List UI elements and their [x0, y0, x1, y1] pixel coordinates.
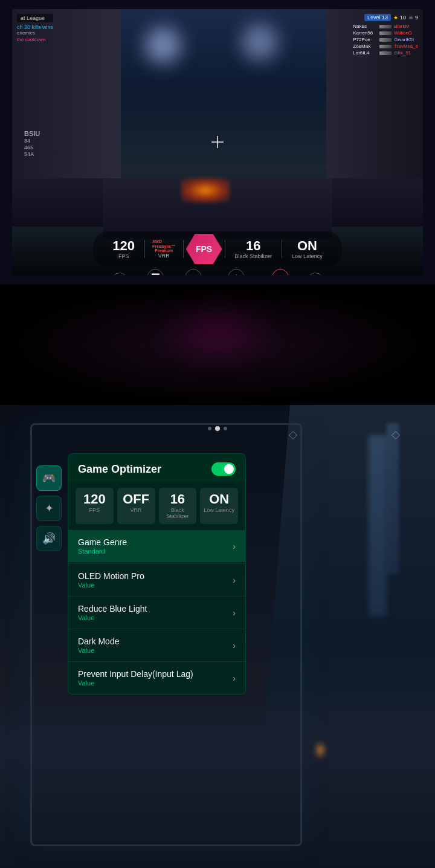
player-name: Nakes — [353, 24, 377, 29]
player-kills: TravMka_8 — [394, 44, 418, 49]
opt-low-latency-value: ON — [204, 493, 234, 506]
lantern-glow — [314, 741, 326, 759]
player-kills: GwarlK5I — [394, 37, 414, 42]
hud-cooldown: the cooldown — [17, 37, 53, 42]
player-kills: Ghk_91 — [394, 50, 411, 56]
gamepad-icon-button[interactable]: 🎮 — [36, 465, 62, 491]
light-glow-left — [145, 27, 181, 63]
chevron-right-icon: › — [233, 575, 236, 585]
skull-count: 9 — [415, 15, 418, 21]
multiview-button[interactable]: ⊞ Multi-view — [183, 269, 205, 275]
menu-item-reduce-blue-light[interactable]: Reduce Blue Light Value › — [68, 596, 245, 629]
hud-icons-row: ? ⬜ Screen Size ⊞ Multi-view ⚙ Game Opti… — [111, 269, 324, 275]
weapon-icon — [379, 38, 392, 42]
hud-bottom: 120 FPS AMDFreeSync™ Premium VRR FPS 16 — [12, 227, 423, 275]
low-latency-stat: ON Low Latency — [282, 237, 332, 262]
reduce-blue-light-title: Reduce Blue Light — [78, 604, 147, 614]
menu-item-prevent-input-delay[interactable]: Prevent Input Delay(Input Lag) Value › — [68, 661, 245, 694]
menu-item-oled-motion-pro[interactable]: OLED Motion Pro Value › — [68, 563, 245, 596]
skull-icon: ☠ — [408, 15, 413, 21]
help-button[interactable]: ? — [111, 273, 128, 276]
optimizer-stats-row: 120 FPS OFF VRR 16 Black Stabilizer ON L… — [68, 482, 245, 530]
opt-vrr-box: OFF VRR — [117, 488, 155, 524]
nav-dot — [208, 427, 211, 430]
opt-vrr-value: OFF — [121, 493, 152, 506]
middle-gap — [0, 284, 435, 405]
low-latency-value: ON — [297, 239, 317, 253]
menu-item-dark-mode[interactable]: Dark Mode Value › — [68, 629, 245, 661]
all-settings-button[interactable]: ✦ All Settings — [268, 269, 292, 275]
hud-game-name: at League — [17, 14, 53, 22]
opt-black-stabilizer-value: 16 — [163, 493, 193, 506]
optimizer-toggle[interactable] — [211, 462, 236, 476]
vrr-label: VRR — [158, 253, 170, 259]
all-settings-icon[interactable]: ✦ — [272, 269, 289, 275]
opt-low-latency-box: ON Low Latency — [200, 488, 238, 524]
edit-icon[interactable]: ✏ — [307, 273, 324, 276]
prevent-input-delay-title: Prevent Input Delay(Input Lag) — [78, 669, 193, 679]
optimizer-title: Game Optimizer — [78, 463, 161, 476]
top-game-section: at League ch 30 kills wins enemies the c… — [0, 0, 435, 284]
screen-size-icon[interactable]: ⬜ — [147, 269, 164, 275]
star-count: 10 — [400, 15, 406, 21]
freesync-premium: Premium — [155, 248, 173, 253]
black-stabilizer-label: Black Stabilizer — [235, 253, 272, 259]
purple-glow — [157, 302, 278, 363]
waterfall-stream-2 — [387, 423, 399, 574]
help-icon[interactable]: ? — [111, 273, 128, 276]
fps-mode-hex: FPS — [186, 234, 222, 264]
optimizer-panel: Game Optimizer 120 FPS OFF VRR 16 Black … — [68, 453, 246, 695]
dark-mode-value: Value — [78, 647, 119, 654]
stat-divider — [183, 240, 184, 258]
dark-mode-title: Dark Mode — [78, 636, 119, 646]
hud-score-skulls: ☠ 9 — [408, 15, 418, 21]
edit-button[interactable]: ✏ — [307, 273, 324, 276]
player-name: Karren56 — [353, 30, 377, 36]
opt-fps-value: 120 — [79, 493, 110, 506]
player-kills: WillionG — [394, 30, 412, 36]
scoreboard: Nakes BlarkM Karren56 WillionG P72Poe Gw… — [353, 24, 418, 56]
light-glow-right — [242, 24, 278, 60]
hud-top-left: at League ch 30 kills wins enemies the c… — [17, 14, 53, 42]
scoreboard-row: Nakes BlarkM — [353, 24, 418, 29]
star-icon: ★ — [393, 15, 398, 21]
bottom-game-section: 🎮 ✦ 🔊 Game Optimizer 120 FPS OFF VRR 16 … — [0, 405, 435, 868]
player-name: ZoeMak — [353, 44, 377, 49]
menu-item-game-genre[interactable]: Game Genre Standard › — [68, 530, 245, 562]
optimizer-header: Game Optimizer — [68, 454, 245, 482]
multiview-icon[interactable]: ⊞ — [185, 269, 202, 275]
prevent-input-delay-value: Value — [78, 679, 193, 687]
optimizer-menu: Game Genre Standard › OLED Motion Pro Va… — [68, 530, 245, 694]
scoreboard-row: ZoeMak TravMka_8 — [353, 44, 418, 49]
black-stabilizer-value: 16 — [246, 239, 260, 253]
opt-vrr-label: VRR — [121, 507, 152, 513]
nav-dots — [208, 426, 227, 431]
oled-motion-pro-value: Value — [78, 581, 144, 589]
opt-fps-box: 120 FPS — [76, 488, 114, 524]
hud-top-right: Level 13 ★ 10 ☠ 9 Nakes BlarkM Karren56 — [353, 14, 418, 57]
fps-stat: 120 FPS — [103, 237, 144, 262]
oled-motion-pro-title: OLED Motion Pro — [78, 571, 144, 581]
game-genre-value: Standard — [78, 548, 127, 555]
game-optimizer-button[interactable]: ⚙ Game Optimizer — [219, 269, 254, 275]
black-stabilizer-stat: 16 Black Stabilizer — [225, 237, 282, 262]
hud-objective: ch 30 kills wins — [17, 24, 53, 30]
screen-size-button[interactable]: ⬜ Screen Size — [143, 269, 169, 275]
audio-icon-button[interactable]: 🔊 — [36, 526, 62, 551]
weapon-icon — [379, 45, 392, 48]
scoreboard-row: P72Poe GwarlK5I — [353, 37, 418, 42]
settings-icon-button[interactable]: ✦ — [36, 496, 62, 521]
weapon-icon — [379, 31, 392, 35]
freesync-badge: AMDFreeSync™ Premium VRR — [145, 237, 183, 261]
scoreboard-row: Lar6IL4 Ghk_91 — [353, 50, 418, 56]
muzzle-flash — [181, 178, 230, 202]
game-optimizer-icon[interactable]: ⚙ — [228, 269, 245, 275]
left-sidebar-icons: 🎮 ✦ 🔊 — [36, 465, 62, 551]
game-genre-title: Game Genre — [78, 537, 127, 547]
weapon-icon — [379, 25, 392, 28]
fps-mode-label: FPS — [196, 244, 212, 254]
player-name: Lar6IL4 — [353, 50, 377, 56]
scoreboard-row: Karren56 WillionG — [353, 30, 418, 36]
fps-label: FPS — [118, 253, 129, 259]
nav-dot — [224, 427, 227, 430]
